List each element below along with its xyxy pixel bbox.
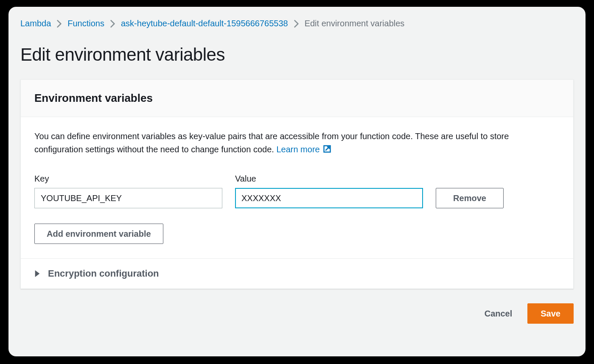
panel-description: You can define environment variables as … [34,130,560,157]
footer-actions: Cancel Save [20,303,574,324]
value-input[interactable] [235,188,423,208]
save-button[interactable]: Save [527,303,574,324]
breadcrumb-lambda[interactable]: Lambda [20,19,51,28]
key-input[interactable] [34,188,222,208]
encryption-section-toggle[interactable]: Encryption configuration [21,258,573,288]
remove-button[interactable]: Remove [436,188,504,208]
chevron-right-icon [110,20,115,28]
env-vars-panel: Environment variables You can define env… [20,79,574,289]
key-label: Key [34,174,222,184]
panel-heading: Environment variables [34,92,560,105]
cancel-button[interactable]: Cancel [481,305,516,323]
panel-header: Environment variables [21,80,573,117]
encryption-section-title: Encryption configuration [48,268,159,279]
chevron-right-icon [57,20,62,28]
chevron-right-icon [294,20,299,28]
env-var-row: Key Value Remove [34,174,560,208]
value-label: Value [235,174,423,184]
caret-right-icon [34,270,40,277]
breadcrumb-functions[interactable]: Functions [67,19,104,28]
external-link-icon [323,144,331,157]
add-env-var-button[interactable]: Add environment variable [34,224,163,244]
learn-more-link[interactable]: Learn more [276,145,331,154]
breadcrumb-function-name[interactable]: ask-heytube-default-default-159566676553… [121,19,288,28]
breadcrumb: Lambda Functions ask-heytube-default-def… [20,19,574,28]
breadcrumb-current: Edit environment variables [305,19,405,28]
page-title: Edit environment variables [20,45,574,65]
